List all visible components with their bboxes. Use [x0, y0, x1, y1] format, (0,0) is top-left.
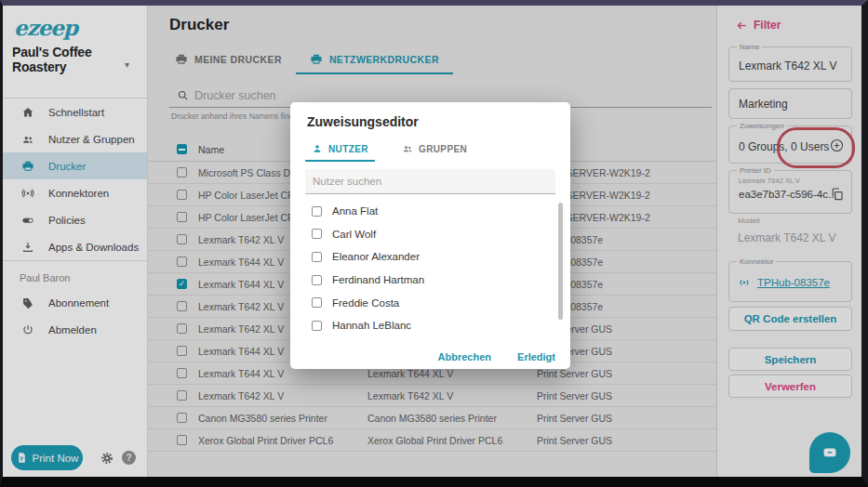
row-name: Xerox Global Print Driver PCL6 — [198, 435, 367, 446]
scrollbar-thumb[interactable] — [558, 203, 563, 320]
user-list-item[interactable]: Eleanor Alexander — [290, 245, 570, 269]
person-icon — [312, 143, 323, 154]
tab-nutzer[interactable]: NUTZER — [305, 139, 375, 162]
chat-bubble-icon — [820, 442, 840, 463]
row-model: Xerox Global Print Driver PCL6 — [367, 435, 537, 446]
row-checkbox[interactable] — [177, 167, 187, 178]
modal-tabs: NUTZER GRUPPEN — [305, 139, 474, 162]
user-checkbox[interactable] — [312, 297, 322, 308]
print-now-button[interactable]: Print Now — [11, 445, 83, 470]
printer-name-field[interactable]: Name Lexmark T642 XL V — [728, 46, 852, 82]
sidebar-item-label: Nutzer & Gruppen — [48, 134, 135, 145]
tab-meine-drucker[interactable]: MEINE DRUCKER — [161, 48, 296, 74]
printer-id-sublabel: Lexmark T642 XL V — [739, 177, 800, 185]
sidebar-item-drucker[interactable]: Drucker — [3, 152, 147, 179]
sidebar-item-label: Schnellstart — [48, 107, 104, 118]
copy-icon[interactable] — [830, 187, 845, 202]
user-list-item[interactable]: Hannah LeBlanc — [290, 314, 570, 337]
sidebar-item-label: Konnektoren — [48, 188, 109, 199]
sidebar-item-policies[interactable]: Policies — [3, 206, 147, 233]
row-connector: Print Server GUS — [537, 435, 716, 446]
row-checkbox[interactable] — [177, 390, 187, 401]
row-name: Lexmark T644 XL V — [198, 368, 367, 379]
row-model: Lexmark T644 XL V — [367, 368, 537, 379]
sidebar-item-abonnement[interactable]: Abonnement — [3, 289, 147, 316]
tab-label: GRUPPEN — [419, 144, 467, 154]
table-row[interactable]: Canon MG3580 series Printer Canon MG3580… — [148, 407, 716, 429]
main-nav: Schnellstart Nutzer & Gruppen Drucker Ko… — [3, 99, 147, 260]
sidebar-item-schnellstart[interactable]: Schnellstart — [3, 99, 147, 125]
printer-name-value: Lexmark T642 XL V — [739, 59, 836, 72]
row-connector: Print Server GUS — [537, 413, 716, 424]
sidebar-item-apps-downloads[interactable]: Apps & Downloads — [3, 233, 147, 260]
help-icon[interactable]: ? — [122, 451, 136, 465]
row-checkbox[interactable] — [177, 368, 187, 378]
tab-label: NUTZER — [328, 144, 368, 154]
connector-link[interactable]: TPHub-08357e — [757, 277, 830, 288]
row-checkbox[interactable] — [177, 301, 187, 311]
row-checkbox[interactable] — [177, 257, 187, 267]
user-search-input[interactable] — [305, 169, 555, 193]
row-checkbox[interactable] — [177, 323, 187, 334]
row-checkbox[interactable] — [177, 212, 187, 222]
discard-button[interactable]: Verwerfen — [728, 375, 852, 398]
detail-panel: Filter Name Lexmark T642 XL V Marketing … — [716, 6, 861, 477]
tab-gruppen[interactable]: GRUPPEN — [395, 139, 474, 162]
cancel-button[interactable]: Abbrechen — [438, 351, 491, 362]
printer-id-field: Printer ID Lexmark T642 XL V ea3e7b37-c5… — [728, 170, 852, 214]
row-checkbox[interactable] — [177, 190, 187, 200]
filter-back[interactable]: Filter — [736, 19, 781, 32]
tab-label: MEINE DRUCKER — [194, 54, 282, 65]
table-row[interactable]: Lexmark T642 XL V Lexmark T642 XL V Prin… — [148, 385, 716, 407]
tag-icon — [21, 296, 34, 309]
qr-code-button[interactable]: QR Code erstellen — [728, 307, 852, 331]
org-dropdown-caret-icon[interactable]: ▾ — [125, 59, 129, 70]
table-row[interactable]: Xerox Global Print Driver PCL6 Xerox Glo… — [148, 429, 716, 452]
user-list-item[interactable]: Ferdinand Hartman — [290, 269, 570, 292]
select-all-checkbox[interactable] — [177, 144, 187, 154]
user-name-label: Paul Baron — [20, 272, 147, 283]
account-nav: Abonnement Abmelden — [3, 289, 147, 343]
user-checkbox[interactable] — [312, 206, 322, 217]
tab-netzwerkdrucker[interactable]: NETZWERKDRUCKER — [296, 48, 453, 74]
user-name: Ferdinand Hartman — [332, 274, 424, 285]
row-checkbox[interactable] — [177, 413, 187, 423]
gear-icon[interactable] — [100, 451, 114, 466]
user-list-item[interactable]: Anna Flat — [290, 200, 570, 223]
modal-title: Zuweisungseditor — [307, 114, 419, 129]
row-name: Canon MG3580 series Printer — [198, 413, 367, 424]
group-icon — [402, 143, 413, 154]
printer-id-value: ea3e7b37-c596-4c... — [739, 189, 837, 200]
row-checkbox[interactable] — [177, 346, 187, 356]
chat-fab-button[interactable] — [809, 432, 850, 473]
user-checkbox[interactable] — [312, 229, 322, 239]
done-button[interactable]: Erledigt — [517, 351, 555, 362]
user-name: Hannah LeBlanc — [332, 320, 411, 331]
document-icon — [16, 452, 28, 464]
save-button[interactable]: Speichern — [728, 348, 852, 371]
user-checkbox[interactable] — [312, 275, 322, 285]
sidebar-item-konnektoren[interactable]: Konnektoren — [3, 179, 147, 206]
model-value: Lexmark T642 XL V — [738, 231, 835, 244]
user-list-item[interactable]: Freddie Costa — [290, 291, 570, 314]
add-assignment-icon[interactable] — [829, 138, 845, 153]
assignment-editor-modal: Zuweisungseditor NUTZER GRUPPEN Anna Fla… — [290, 102, 570, 369]
user-name: Freddie Costa — [332, 297, 399, 309]
row-checkbox[interactable] — [177, 435, 187, 445]
model-label: Modell — [738, 217, 760, 225]
filter-label: Filter — [754, 19, 781, 32]
sidebar-item-abmelden[interactable]: Abmelden — [3, 316, 147, 343]
group-field[interactable]: Marketing — [728, 88, 852, 119]
user-list-item[interactable]: Carl Wolf — [290, 223, 570, 246]
sidebar-item-label: Abmelden — [48, 324, 97, 336]
user-checkbox[interactable] — [312, 252, 322, 262]
sidebar-item-label: Abonnement — [48, 297, 109, 309]
row-checkbox[interactable] — [177, 234, 187, 244]
app-window: ezeep Paul's Coffee Roastery ▾ Schnellst… — [0, 0, 868, 487]
user-name: Anna Flat — [332, 205, 378, 217]
user-checkbox[interactable] — [312, 321, 322, 331]
row-checkbox[interactable] — [177, 279, 187, 289]
group-value: Marketing — [739, 98, 788, 111]
field-label: Zuweisungen — [737, 122, 787, 130]
sidebar-item-nutzer-gruppen[interactable]: Nutzer & Gruppen — [3, 125, 147, 152]
